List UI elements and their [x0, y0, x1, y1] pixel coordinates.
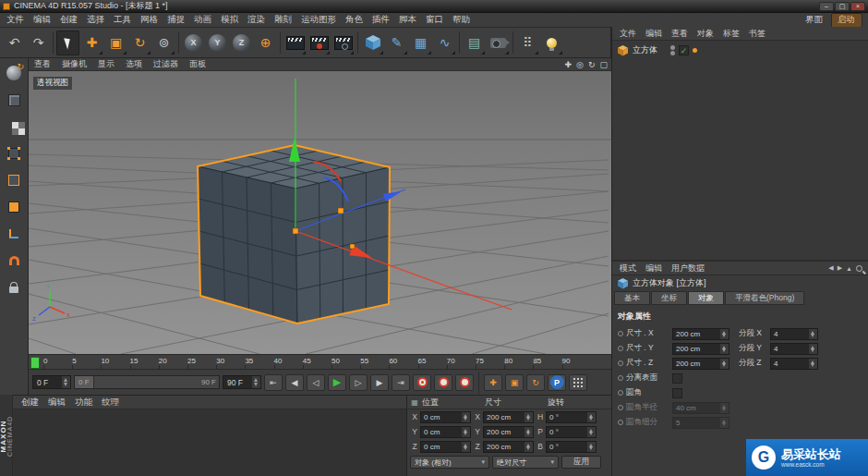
menu-file[interactable]: 文件 — [2, 14, 29, 26]
next-key-button[interactable]: ▶ — [370, 374, 389, 391]
animation-dot[interactable] — [618, 346, 623, 351]
model-mode-button[interactable] — [3, 90, 25, 110]
material-menu-create[interactable]: 创建 — [17, 397, 43, 409]
spinner[interactable] — [809, 359, 817, 369]
spinner[interactable] — [524, 442, 533, 452]
render-settings-button[interactable] — [332, 31, 355, 55]
render-view-button[interactable] — [283, 31, 307, 55]
edge-mode-button[interactable] — [3, 170, 25, 190]
spinner[interactable] — [524, 412, 533, 422]
spinner[interactable] — [587, 442, 596, 452]
axis-mode-button[interactable] — [3, 224, 25, 244]
goto-end-button[interactable]: ⇥ — [392, 374, 410, 391]
tab-coordinates[interactable]: 坐标 — [651, 291, 687, 305]
light-button[interactable] — [540, 31, 563, 55]
size-y-field[interactable]: 200 cm — [483, 426, 534, 438]
object-name[interactable]: 立方体 — [633, 44, 657, 56]
om-menu-edit[interactable]: 编辑 — [641, 28, 667, 40]
recent-tool[interactable]: ⊚ — [152, 31, 175, 55]
size-x-attr-field[interactable]: 200 cm — [672, 328, 729, 340]
range-start-handle[interactable]: 0 F — [75, 376, 94, 388]
history-forward-icon[interactable]: ▶ — [838, 264, 842, 272]
record-keyframe-button[interactable] — [413, 374, 431, 391]
viewport-menu-display[interactable]: 显示 — [92, 58, 120, 70]
menu-snap[interactable]: 捕捉 — [163, 14, 189, 26]
tab-object[interactable]: 对象 — [688, 291, 724, 305]
spinner[interactable] — [524, 427, 533, 437]
coordinate-system-toggle[interactable]: ⊕ — [254, 31, 277, 55]
autokey-button[interactable] — [434, 374, 452, 391]
segments-z-field[interactable]: 4 — [770, 358, 818, 370]
viewport-menu-filter[interactable]: 过滤器 — [148, 58, 184, 70]
material-menu-texture[interactable]: 纹理 — [97, 397, 124, 409]
menu-create[interactable]: 创建 — [55, 14, 82, 26]
material-menu-function[interactable]: 功能 — [70, 397, 97, 409]
environment-floor-button[interactable]: ▤ — [463, 31, 486, 55]
visibility-toggles[interactable] — [670, 45, 675, 55]
om-menu-file[interactable]: 文件 — [615, 28, 641, 40]
tab-basic[interactable]: 基本 — [614, 291, 650, 305]
toggle-view-icon[interactable]: ▢ — [599, 60, 608, 69]
size-x-field[interactable]: 200 cm — [483, 411, 534, 423]
menu-mesh[interactable]: 网格 — [136, 14, 163, 26]
segments-x-field[interactable]: 4 — [770, 328, 818, 340]
pan-view-icon[interactable]: ✚ — [565, 60, 573, 69]
maximize-button[interactable]: ▢ — [835, 2, 850, 11]
position-z-field[interactable]: 0 cm — [420, 441, 471, 453]
menu-script[interactable]: 脚本 — [394, 14, 421, 26]
menu-help[interactable]: 帮助 — [448, 14, 475, 26]
add-primitive-button[interactable] — [361, 31, 384, 55]
render-picture-viewer-button[interactable] — [307, 31, 331, 55]
spinner[interactable] — [462, 427, 470, 437]
make-editable-button[interactable] — [3, 63, 25, 83]
animation-dot[interactable] — [618, 375, 623, 381]
menu-edit[interactable]: 编辑 — [29, 14, 55, 26]
current-frame-field[interactable]: 0 F — [32, 375, 71, 389]
size-y-attr-field[interactable]: 200 cm — [672, 343, 729, 355]
object-manager-tree[interactable]: 立方体 ✓ — [612, 41, 868, 260]
viewport-menu-camera[interactable]: 摄像机 — [56, 58, 92, 70]
rotate-view-icon[interactable]: ↻ — [588, 60, 596, 69]
goto-start-button[interactable]: ⇤ — [264, 374, 283, 391]
frame-spinner[interactable] — [62, 376, 70, 388]
move-tool[interactable]: ✚ — [80, 31, 103, 55]
live-selection-tool[interactable] — [56, 31, 79, 55]
spinner[interactable] — [720, 344, 729, 354]
rotation-p-field[interactable]: 0 ° — [546, 426, 597, 438]
am-menu-edit[interactable]: 编辑 — [641, 262, 667, 275]
separate-surfaces-checkbox[interactable] — [672, 373, 682, 384]
menu-interface[interactable]: 界面 — [801, 14, 827, 26]
range-end-label[interactable]: 90 F — [201, 378, 219, 386]
timeline-ruler[interactable]: 051015202530354045505560657075808590 — [29, 354, 611, 369]
menu-tools[interactable]: 工具 — [109, 14, 136, 26]
spinner[interactable] — [587, 427, 596, 437]
rotation-h-field[interactable]: 0 ° — [546, 411, 597, 423]
undo-icon[interactable]: ↶ — [3, 31, 26, 55]
workplane-lock-button[interactable] — [3, 277, 25, 298]
y-axis-lock-button[interactable]: Y — [206, 31, 229, 55]
deformer-button[interactable]: ∿ — [433, 31, 456, 55]
om-menu-bookmarks[interactable]: 书签 — [744, 28, 770, 40]
end-frame-field[interactable]: 90 F — [223, 375, 261, 389]
menu-character[interactable]: 角色 — [341, 14, 368, 26]
play-button[interactable]: ▶ — [328, 374, 346, 391]
scale-tool[interactable]: ▣ — [104, 31, 127, 55]
key-pla-toggle[interactable] — [569, 374, 587, 391]
key-position-toggle[interactable]: ✚ — [484, 374, 502, 391]
viewport-menu-options[interactable]: 选项 — [120, 58, 148, 70]
z-axis-lock-button[interactable]: Z — [230, 31, 253, 55]
menu-sculpt[interactable]: 雕刻 — [270, 14, 296, 26]
close-button[interactable]: × — [850, 2, 865, 11]
point-mode-button[interactable] — [3, 143, 25, 164]
x-axis-lock-button[interactable]: X — [182, 31, 205, 55]
current-frame-marker[interactable] — [30, 357, 40, 369]
object-row-cube[interactable]: 立方体 ✓ — [612, 43, 868, 57]
prev-frame-button[interactable]: ◁ — [307, 374, 325, 391]
menu-render[interactable]: 渲染 — [243, 14, 270, 26]
am-menu-userdata[interactable]: 用户数据 — [667, 262, 709, 275]
animation-dot[interactable] — [618, 331, 623, 336]
menu-mograph[interactable]: 运动图形 — [296, 14, 341, 26]
spinner[interactable] — [809, 344, 817, 354]
om-menu-tags[interactable]: 标签 — [718, 28, 744, 40]
render-visibility-dot[interactable] — [670, 51, 675, 55]
